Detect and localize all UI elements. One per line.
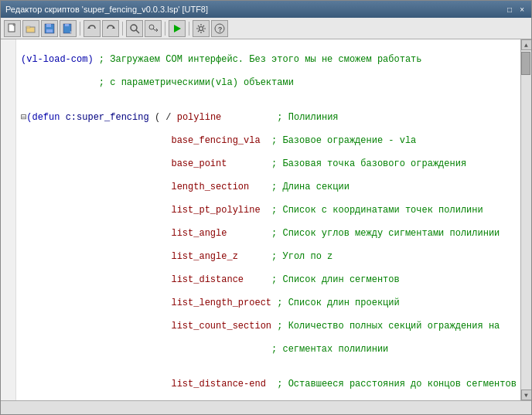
title-bar: Редактор скриптов 'super_fencing_v0.0.3.… [1, 1, 531, 18]
svg-text:+: + [70, 29, 73, 34]
svg-rect-4 [46, 24, 51, 27]
scrollbar-thumb[interactable] [521, 52, 530, 75]
code-line-4: ⊟(defun c:super_fencing ( / polyline ; П… [21, 112, 516, 124]
code-line-2: ; с параметрическими(vla) объектами [21, 77, 516, 89]
code-line-8: list_pt_polyline ; Список с координатами… [21, 205, 516, 216]
svg-text:?: ? [218, 26, 222, 34]
close-btn[interactable]: × [517, 5, 527, 14]
settings-button[interactable] [193, 20, 210, 37]
scroll-down-arrow[interactable]: ▼ [521, 389, 532, 400]
separator-1 [80, 22, 80, 36]
separator-3 [165, 22, 165, 36]
replace-button[interactable] [145, 20, 162, 37]
code-line-16: list_distance-end ; Оставшееся расстояни… [21, 379, 516, 390]
toolbar: + ? [1, 18, 531, 39]
code-line-9: list_angle ; Список углов между сигмента… [21, 228, 516, 240]
code-line-11: list_distance ; Список длин сегментов [21, 274, 516, 286]
svg-rect-7 [65, 24, 69, 26]
code-line-10: list_angle_z ; Угол по z [21, 251, 516, 263]
title-controls: □ × [505, 5, 527, 14]
redo-button[interactable] [102, 20, 119, 37]
code-line-12: list_length_proect ; Список длин проекци… [21, 298, 516, 309]
help-button[interactable]: ? [211, 20, 228, 37]
line-numbers [1, 39, 16, 400]
svg-point-16 [200, 26, 203, 30]
main-window: Редактор скриптов 'super_fencing_v0.0.3.… [0, 0, 532, 415]
separator-4 [189, 22, 189, 36]
svg-marker-15 [174, 25, 181, 32]
new-file-button[interactable] [4, 20, 21, 37]
svg-rect-5 [46, 29, 53, 32]
scroll-up-arrow[interactable]: ▲ [521, 39, 532, 50]
vertical-scrollbar[interactable]: ▲ ▼ [520, 39, 531, 400]
window-title: Редактор скриптов 'super_fencing_v0.0.3.… [5, 5, 208, 14]
svg-line-14 [153, 29, 155, 30]
search-button[interactable] [126, 20, 143, 37]
code-editor[interactable]: (vl-load-com) ; Загружаем COM интерфейс.… [16, 39, 520, 400]
minimize-btn[interactable]: □ [505, 5, 514, 14]
content-area: (vl-load-com) ; Загружаем COM интерфейс.… [1, 39, 531, 400]
code-line-14: ; сегментах полилинии [21, 344, 516, 355]
svg-line-12 [136, 30, 139, 33]
undo-button[interactable] [84, 20, 101, 37]
open-file-button[interactable] [22, 20, 39, 37]
code-line-13: list_count_section ; Количество полных с… [21, 321, 516, 332]
svg-rect-2 [26, 26, 30, 28]
svg-point-11 [131, 25, 137, 31]
save-as-button[interactable]: + [60, 20, 77, 37]
code-line-5: base_fencing_vla ; Базовое ограждение - … [21, 135, 516, 147]
code-line-6: base_point ; Базовая точка базового огра… [21, 158, 516, 170]
status-bar [1, 400, 531, 414]
run-button[interactable] [169, 20, 186, 37]
save-button[interactable] [41, 20, 58, 37]
code-line-1: (vl-load-com) ; Загружаем COM интерфейс.… [21, 54, 516, 66]
code-line-7: length_section ; Длина секции [21, 182, 516, 193]
separator-2 [122, 22, 123, 36]
